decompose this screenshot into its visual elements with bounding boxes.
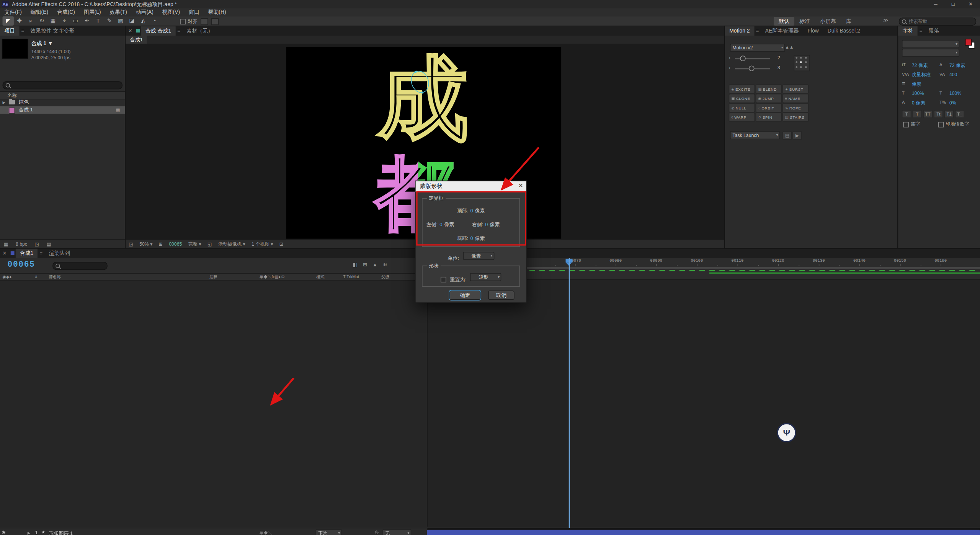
motion-null-button[interactable]: ⊘NULL [729, 103, 755, 112]
motion-orbit-button[interactable]: ◌ORBIT [756, 103, 782, 112]
timeline-row[interactable]: ◉▶1★形状图层 1单◆╲正常◎无 [0, 529, 980, 535]
close-icon[interactable]: ✕ [0, 249, 9, 258]
viewer-status-item[interactable]: ◲ [126, 240, 136, 249]
tab-motion-2[interactable]: Motion 2 [725, 26, 754, 36]
motion-excite-button[interactable]: ◈EXCITE [729, 84, 755, 93]
row-name[interactable]: 形状图层 1 [49, 530, 73, 535]
project-footer-item[interactable]: ◳ [31, 240, 43, 249]
tab-render-queue[interactable]: 渲染队列 [44, 249, 74, 258]
slider-knob[interactable] [740, 55, 746, 61]
viewer-status-item[interactable]: 完整 ▾ [185, 240, 204, 249]
pen-tool[interactable]: ✒ [81, 16, 92, 25]
twirl-icon[interactable]: ▶ [28, 530, 31, 535]
layer-switches[interactable]: 单◆╲ [260, 530, 273, 535]
timeline-toggle-icon[interactable]: ⊞ [360, 262, 370, 268]
slider-value[interactable]: 3 [777, 65, 780, 71]
viewer-status-item[interactable]: ◱ [204, 240, 215, 249]
field-value[interactable]: 72 像素 [912, 62, 928, 69]
chevron-icon[interactable]: ‹ [729, 55, 730, 61]
current-time-display[interactable]: 00065 [8, 260, 35, 269]
zoom-tool[interactable]: ⌕ [25, 16, 36, 25]
menu-item[interactable]: 图层(L) [79, 8, 105, 16]
type-toggle-button[interactable]: T [913, 110, 922, 118]
menu-item[interactable]: 效果(T) [105, 8, 131, 16]
tab-comp-timeline[interactable]: 合成1 [15, 249, 38, 258]
layer-duration-bar[interactable] [427, 530, 980, 535]
brush-tool[interactable]: ✎ [104, 16, 115, 25]
shape-tool[interactable]: ▭ [70, 16, 81, 25]
parent-column-label[interactable]: 父级 [381, 274, 389, 280]
project-footer-item[interactable]: 8 bpc [12, 240, 31, 249]
panel-menu-icon[interactable]: ≡ [754, 28, 761, 34]
comp-subtab[interactable]: 合成1 [126, 36, 147, 44]
project-item[interactable]: ▶纯色 [0, 99, 125, 106]
eraser-tool[interactable]: ◪ [126, 16, 137, 25]
task-list-button[interactable]: ▤ [782, 131, 792, 140]
parent-dropdown[interactable]: 无 [382, 529, 411, 535]
row-lane[interactable] [427, 529, 980, 535]
blend-mode-dropdown[interactable]: 正常 [315, 529, 342, 535]
menu-item[interactable]: 窗口 [185, 8, 204, 16]
tab-composition[interactable]: 合成 合成1 [141, 26, 175, 36]
source-name-column-label[interactable]: 源名称 [49, 274, 61, 280]
anchor-point-selector[interactable] [794, 55, 810, 71]
comment-column-label[interactable]: 注释 [209, 274, 217, 280]
fill-stroke-swatches[interactable] [965, 39, 975, 49]
timeline-search-input[interactable] [52, 262, 108, 270]
pickwhip-icon[interactable]: ◎ [375, 530, 379, 535]
close-icon[interactable]: ✕ [126, 26, 135, 36]
slider-value[interactable]: 2 [777, 55, 780, 61]
tab-paragraph[interactable]: 段落 [924, 26, 944, 36]
visibility-eye-icon[interactable]: ◉ [2, 530, 6, 535]
motion-preset-dropdown[interactable]: Motion v2 [730, 44, 785, 52]
viewer-status-item[interactable]: 活动摄像机 ▾ [215, 240, 248, 249]
help-search-input[interactable]: 搜索帮助 [899, 18, 976, 26]
workspace-tab[interactable]: 标准 [794, 17, 815, 26]
motion-slider[interactable]: ›3 [729, 65, 791, 73]
font-style-dropdown[interactable] [902, 49, 959, 57]
project-item[interactable]: 合成 1▦ [0, 106, 125, 114]
type-toggle-button[interactable]: TT [923, 110, 932, 118]
project-search-input[interactable] [3, 81, 122, 89]
motion-jump-button[interactable]: ◉JUMP [756, 94, 782, 103]
snap-option[interactable]: 对齐 [180, 18, 219, 25]
motion-rope-button[interactable]: ∿ROPE [782, 103, 809, 112]
viewer-status-item[interactable]: ⊞ [155, 240, 166, 249]
field-value[interactable]: 400 [949, 72, 957, 78]
field-value[interactable]: 像素 [912, 81, 921, 87]
rotation-tool[interactable]: ↻ [36, 16, 47, 25]
panel-menu-icon[interactable]: ≡ [20, 28, 26, 34]
timeline-toggle-icon[interactable]: ◧ [350, 262, 360, 268]
motion-warp-button[interactable]: ◊WARP [729, 113, 755, 122]
panel-menu-icon[interactable]: ≡ [918, 28, 924, 34]
puppet-tool[interactable]: ◔ [149, 16, 160, 25]
clone-stamp-tool[interactable]: ▨ [115, 16, 126, 25]
motion-name-button[interactable]: ≡NAME [782, 94, 809, 103]
task-run-button[interactable]: ▶ [792, 131, 802, 140]
menu-item[interactable]: 编辑(E) [26, 8, 52, 16]
workspace-tab[interactable]: 小屏幕 [815, 17, 841, 26]
reset-shape-dropdown[interactable]: 矩形 [470, 273, 501, 281]
field-value[interactable]: 度量标准 [912, 72, 931, 78]
pan-behind-tool[interactable]: ⌖ [59, 16, 70, 25]
field-value[interactable]: 100% [912, 91, 924, 96]
project-footer-item[interactable]: ▦ [0, 240, 12, 249]
units-dropdown[interactable]: 像素 [463, 252, 494, 260]
snap-option-icon[interactable] [201, 18, 208, 25]
cancel-button[interactable]: 取消 [488, 290, 514, 300]
hindi-digits-checkbox[interactable]: 印地语数字 [938, 121, 969, 127]
current-time-indicator-line[interactable] [569, 258, 570, 528]
viewer-status-item[interactable]: 1 个视图 ▾ [248, 240, 276, 249]
type-toggle-button[interactable]: T1 [944, 110, 954, 118]
viewer-status-item[interactable]: 00065 [166, 240, 185, 249]
snap-option-icon2[interactable] [211, 18, 219, 25]
font-family-dropdown[interactable] [902, 40, 959, 48]
twirl-icon[interactable]: ▶ [3, 99, 6, 106]
type-toggle-button[interactable]: T [902, 110, 911, 118]
fill-color-swatch[interactable] [965, 39, 972, 46]
tab-ae-[interactable]: AE脚本管理器 [761, 26, 803, 36]
selection-tool[interactable]: ◤ [3, 16, 14, 25]
viewer-status-item[interactable]: ⊡ [276, 240, 287, 249]
chevron-icon[interactable]: › [729, 65, 730, 71]
camera-tool[interactable]: ▦ [47, 16, 59, 25]
